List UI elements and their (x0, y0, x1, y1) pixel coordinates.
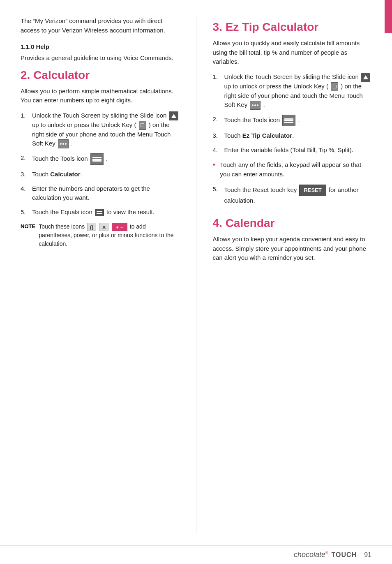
slide-icon (169, 111, 178, 120)
note-label: NOTE (21, 223, 35, 229)
footer: chocolate® TOUCH 91 (0, 545, 392, 564)
power-icon: ʌ (99, 223, 108, 231)
step-3: 3. Touch Calculator. (21, 170, 180, 179)
footer-brand: chocolate® (294, 550, 328, 559)
menu-soft-key-icon-2 (250, 101, 261, 110)
ez-bullets: • Touch any of the fields, a keypad will… (213, 160, 372, 179)
step-4-content: Enter the numbers and operators to get t… (32, 184, 180, 203)
section4-intro: Allows you to keep your agenda convenien… (213, 235, 372, 263)
section4-heading-text: 4. Calendar (213, 217, 275, 229)
ez-bullet-1-content: Touch any of the fields, a keypad will a… (220, 160, 372, 179)
section2-intro: Allows you to perform simple mathematica… (21, 87, 180, 105)
bullet-dot: • (213, 159, 220, 171)
menu-soft-key-icon (58, 139, 69, 148)
step-4-num: 4. (21, 184, 32, 194)
step-1-num: 1. (21, 111, 32, 120)
equals-icon (95, 209, 104, 216)
step-1-content: Unlock the Touch Screen by sliding the S… (32, 111, 180, 149)
section2-steps: 1. Unlock the Touch Screen by sliding th… (21, 111, 180, 217)
section3-step5: 5. Touch the Reset touch key RESET for a… (213, 185, 372, 205)
intro-paragraph: The “My Verizon” command provides you wi… (21, 16, 180, 35)
ez-step-4-num: 4. (213, 146, 224, 155)
tools-icon (90, 153, 104, 165)
reset-button[interactable]: RESET (299, 185, 326, 196)
section3-heading: 3. Ez Tip Calculator (213, 21, 372, 34)
ez-step-1: 1. Unlock the Touch Screen by sliding th… (213, 72, 372, 110)
ez-step-4-content: Enter the variable fields (Total Bill, T… (224, 146, 372, 155)
plusminus-icon: + − (112, 223, 127, 231)
page: The “My Verizon” command provides you wi… (0, 0, 392, 564)
step-3-num: 3. (21, 170, 32, 179)
step-5-num: 5. (21, 208, 32, 217)
ez-step-4: 4. Enter the variable fields (Total Bill… (213, 146, 372, 155)
step-4: 4. Enter the numbers and operators to ge… (21, 184, 180, 203)
ez-step-1-num: 1. (213, 72, 224, 82)
brand-name: chocolate (294, 550, 325, 559)
step-5-content: Touch the Equals icon to view the result… (32, 208, 180, 217)
ez-step-2: 2. Touch the Tools icon . (213, 115, 372, 126)
ez-step-1-content: Unlock the Touch Screen by sliding the S… (224, 72, 372, 110)
ez-step-2-num: 2. (213, 115, 224, 124)
tools-icon-2 (282, 115, 295, 126)
section2-heading: 2. Calculator (21, 69, 180, 82)
content-area: The “My Verizon” command provides you wi… (0, 0, 392, 545)
key-icon-2: ☐ (331, 82, 338, 91)
note-box: NOTE Touch these icons () ʌ + − to add p… (21, 222, 180, 248)
section4-heading: 4. Calendar (213, 217, 372, 230)
ez-step-3-content: Touch Ez Tip Calculator. (224, 131, 372, 141)
ez-step-3: 3. Touch Ez Tip Calculator. (213, 131, 372, 141)
note-content: Touch these icons () ʌ + − to add parent… (39, 222, 179, 248)
paren-open-icon: () (87, 223, 96, 231)
section2-heading-text: 2. Calculator (21, 69, 90, 81)
ez-step-5-content: Touch the Reset touch key RESET for anot… (224, 185, 372, 205)
section3-steps: 1. Unlock the Touch Screen by sliding th… (213, 72, 372, 155)
pink-tab (385, 0, 392, 33)
slide-icon-2 (361, 73, 370, 82)
help-paragraph: Provides a general guideline to using Vo… (21, 53, 180, 63)
section3-intro: Allows you to quickly and easily calcula… (213, 39, 372, 67)
section3-heading-text: 3. Ez Tip Calculator (213, 21, 319, 33)
right-column: 3. Ez Tip Calculator Allows you to quick… (213, 16, 372, 533)
ez-step-3-num: 3. (213, 131, 224, 141)
left-column: The “My Verizon” command provides you wi… (21, 16, 180, 533)
key-icon: ☐ (139, 121, 146, 130)
ez-step-5-num: 5. (213, 185, 224, 194)
step-2-num: 2. (21, 153, 32, 163)
footer-page-number: 91 (364, 551, 371, 559)
ez-step-2-content: Touch the Tools icon . (224, 115, 372, 126)
step-5: 5. Touch the Equals icon to view the res… (21, 208, 180, 217)
ez-step-5: 5. Touch the Reset touch key RESET for a… (213, 185, 372, 205)
subheading-110-help: 1.1.0 Help (21, 43, 180, 50)
step-3-content: Touch Calculator. (32, 170, 180, 179)
footer-product: TOUCH (332, 551, 357, 559)
ez-bullet-1: • Touch any of the fields, a keypad will… (213, 160, 372, 179)
step-2: 2. Touch the Tools icon . (21, 153, 180, 165)
step-2-content: Touch the Tools icon . (32, 153, 180, 165)
column-divider (196, 16, 196, 533)
step-1: 1. Unlock the Touch Screen by sliding th… (21, 111, 180, 149)
